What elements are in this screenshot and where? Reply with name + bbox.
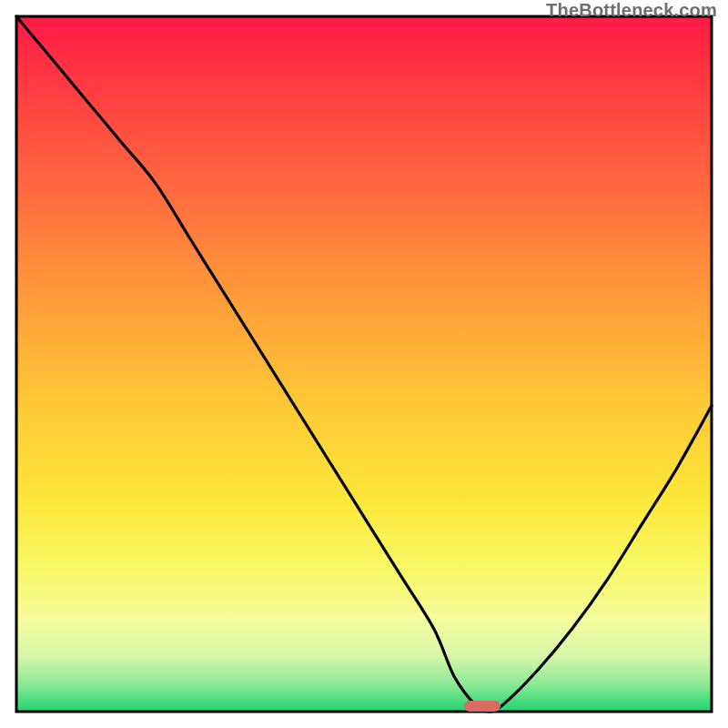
chart-frame [16, 16, 712, 712]
bottleneck-curve [16, 16, 712, 712]
optimal-marker [464, 701, 500, 712]
attribution-label: TheBottleneck.com [546, 0, 717, 21]
chart-canvas [0, 0, 728, 728]
